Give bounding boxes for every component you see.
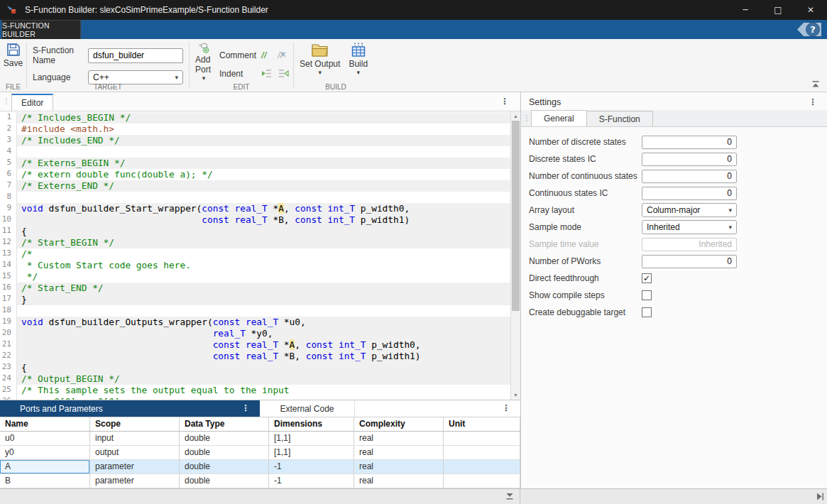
code-line-23[interactable]: 23{ [0, 362, 510, 373]
table-cell[interactable]: A [0, 460, 90, 473]
minimize-button[interactable]: ─ [729, 0, 762, 20]
table-cell[interactable]: -1 [269, 460, 354, 473]
settings-input[interactable] [642, 187, 737, 200]
table-cell[interactable] [444, 460, 520, 473]
table-cell[interactable]: output [90, 446, 180, 459]
table-cell[interactable]: real [354, 432, 444, 445]
column-header[interactable]: Dimensions [269, 417, 354, 431]
code-line-8[interactable]: 8 [0, 192, 510, 203]
code-line-6[interactable]: 6/* extern double func(double a); */ [0, 169, 510, 180]
panel-grip-icon[interactable]: ⋮ [523, 115, 530, 122]
close-button[interactable]: ✕ [794, 0, 827, 20]
tab-sfunction-builder[interactable]: S-FUNCTION BUILDER [1, 20, 81, 39]
table-cell[interactable]: parameter [90, 460, 180, 473]
table-cell[interactable]: double [180, 460, 269, 473]
table-row[interactable]: Aparameterdouble-1real [0, 460, 520, 474]
panel-grip-icon[interactable]: ⋮ [3, 98, 10, 105]
code-line-21[interactable]: 21 const real_T *A, const int_T p_width0… [0, 339, 510, 351]
tab-editor[interactable]: Editor [11, 94, 53, 111]
code-line-14[interactable]: 14 * Custom Start code goes here. [0, 260, 510, 271]
help-icon[interactable]: ? [794, 21, 823, 38]
table-cell[interactable] [444, 432, 520, 445]
code-line-12[interactable]: 12/* Start_BEGIN */ [0, 237, 510, 248]
column-header[interactable]: Unit [444, 417, 520, 431]
column-header[interactable]: Name [0, 417, 90, 431]
table-cell[interactable]: parameter [90, 474, 180, 488]
settings-checkbox[interactable] [642, 307, 652, 317]
table-cell[interactable]: double [180, 474, 269, 488]
settings-select[interactable]: Inherited▾ [642, 220, 737, 234]
code-line-13[interactable]: 13/* [0, 248, 510, 260]
code-line-18[interactable]: 18 [0, 305, 510, 317]
code-line-25[interactable]: 25/* This sample sets the output equal t… [0, 385, 510, 396]
table-row[interactable]: u0inputdouble[1,1]real [0, 432, 520, 446]
code-line-9[interactable]: 9void dsfun_builder_Start_wrapper(const … [0, 203, 510, 214]
code-line-16[interactable]: 16/* Start_END */ [0, 283, 510, 294]
set-output-button[interactable]: Set Output ▾ [300, 42, 340, 81]
add-port-button[interactable]: Add Port ▾ [195, 42, 212, 81]
table-cell[interactable]: real [354, 474, 444, 488]
table-cell[interactable]: B [0, 474, 90, 488]
settings-menu-kebab-icon[interactable]: ⋮ [809, 97, 817, 107]
table-cell[interactable]: u0 [0, 432, 90, 445]
editor-scrollbar[interactable]: ▲ ▼ [510, 111, 520, 400]
tab-sfunction[interactable]: S-Function [587, 111, 653, 126]
settings-input[interactable] [642, 136, 737, 149]
settings-input[interactable] [642, 153, 737, 166]
table-cell[interactable]: real [354, 446, 444, 459]
code-line-19[interactable]: 19void dsfun_builder_Outputs_wrapper(con… [0, 317, 510, 328]
settings-checkbox[interactable] [642, 290, 652, 300]
expand-panel-right-icon[interactable] [816, 493, 824, 500]
table-row[interactable]: y0outputdouble[1,1]real [0, 446, 520, 460]
table-cell[interactable]: real [354, 460, 444, 473]
code-line-2[interactable]: 2#include <math.h> [0, 124, 510, 135]
tab-general[interactable]: General [531, 110, 587, 126]
tab-ports-and-parameters[interactable]: Ports and Parameters ⋮ [0, 400, 260, 417]
build-button[interactable]: Build ▾ [349, 42, 368, 81]
scroll-up-icon[interactable]: ▲ [511, 111, 520, 120]
code-line-3[interactable]: 3/* Includes_END */ [0, 135, 510, 146]
uncomment-icon[interactable]: //✕ [278, 51, 289, 60]
tab-external-code[interactable]: External Code [260, 400, 355, 417]
code-line-11[interactable]: 11{ [0, 226, 510, 237]
settings-checkbox[interactable]: ✓ [642, 273, 652, 283]
table-cell[interactable]: y0 [0, 446, 90, 459]
column-header[interactable]: Data Type [180, 417, 269, 431]
language-select[interactable]: C++ ▾ [88, 70, 183, 84]
code-line-7[interactable]: 7/* Externs_END */ [0, 180, 510, 192]
table-cell[interactable]: double [180, 446, 269, 459]
save-button[interactable]: Save [6, 42, 21, 68]
code-line-17[interactable]: 17} [0, 294, 510, 305]
column-header[interactable]: Complexity [354, 417, 444, 431]
maximize-button[interactable]: □ [762, 0, 794, 20]
settings-input[interactable] [642, 170, 737, 183]
code-line-22[interactable]: 22 const real_T *B, const int_T p_width1… [0, 351, 510, 362]
indent-left-icon[interactable] [261, 68, 273, 79]
code-line-20[interactable]: 20 real_T *y0, [0, 328, 510, 339]
code-line-1[interactable]: 1/* Includes_BEGIN */ [0, 112, 510, 124]
table-cell[interactable] [444, 446, 520, 459]
column-header[interactable]: Scope [90, 417, 180, 431]
code-line-4[interactable]: 4 [0, 146, 510, 158]
table-cell[interactable]: [1,1] [269, 446, 354, 459]
external-code-kebab-icon[interactable]: ⋮ [502, 403, 510, 413]
editor-menu-kebab-icon[interactable]: ⋮ [500, 97, 509, 106]
table-cell[interactable]: -1 [269, 474, 354, 488]
code-line-26[interactable]: 26 y0[0] = u0[0]; [0, 396, 510, 400]
scrollbar-thumb[interactable] [512, 121, 520, 311]
collapse-ribbon-icon[interactable] [811, 80, 820, 88]
collapse-panel-down-icon[interactable] [505, 493, 514, 500]
code-line-15[interactable]: 15 */ [0, 271, 510, 283]
code-line-24[interactable]: 24/* Output_BEGIN */ [0, 373, 510, 385]
code-line-5[interactable]: 5/* Externs_BEGIN */ [0, 158, 510, 169]
scroll-down-icon[interactable]: ▼ [511, 390, 520, 399]
table-cell[interactable]: double [180, 432, 269, 445]
table-row[interactable]: Bparameterdouble-1real [0, 474, 520, 488]
code-line-10[interactable]: 10 const real_T *B, const int_T p_width1… [0, 214, 510, 226]
table-cell[interactable] [444, 474, 520, 488]
sfunction-name-input[interactable] [88, 48, 183, 63]
indent-right-icon[interactable] [278, 68, 289, 79]
settings-select[interactable]: Column-major▾ [642, 203, 737, 217]
settings-input[interactable] [642, 255, 737, 268]
table-cell[interactable]: [1,1] [269, 432, 354, 445]
